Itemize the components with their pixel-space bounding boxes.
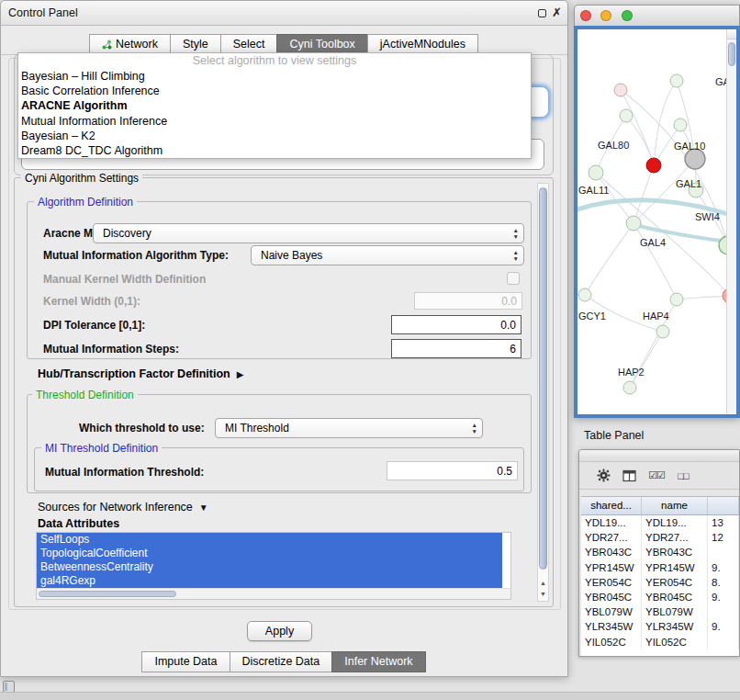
table-row[interactable]: YBL079WYBL079W xyxy=(581,604,739,619)
algorithm-option-aracne-algorithm[interactable]: ARACNE Algorithm xyxy=(18,98,531,113)
columns-icon[interactable] xyxy=(620,467,640,485)
table-row[interactable]: YDR27...YDR27...12 xyxy=(581,530,739,545)
table-window-titlebar[interactable] xyxy=(579,450,739,462)
table-cell: YIL052C xyxy=(581,635,642,649)
network-node[interactable] xyxy=(674,119,687,131)
network-node[interactable] xyxy=(620,109,633,122)
network-node[interactable] xyxy=(646,158,661,173)
threshold-combobox[interactable]: MI Threshold ▲▼ xyxy=(215,418,483,438)
float-window-icon[interactable] xyxy=(538,9,546,17)
expanded-arrow-icon: ▼ xyxy=(199,502,208,513)
scrollbar-thumb[interactable] xyxy=(539,187,547,570)
network-view-window: GALGAL80GAL10GAL11GAL1SWI4GAL4GCY1HAP4HA… xyxy=(574,5,740,418)
network-graph[interactable]: GALGAL80GAL10GAL11GAL1SWI4GAL4GCY1HAP4HA… xyxy=(577,29,736,414)
hub-section-label: Hub/Transcription Factor Definition xyxy=(38,367,230,380)
network-node[interactable] xyxy=(656,325,669,338)
table-row[interactable]: YER054CYER054C8. xyxy=(581,575,739,590)
network-node[interactable] xyxy=(626,216,641,231)
tab-label: Discretize Data xyxy=(242,652,320,672)
attribute-item-topologicalcoefficient[interactable]: TopologicalCoefficient xyxy=(37,547,502,560)
network-node[interactable] xyxy=(614,84,627,96)
tab-infer-network[interactable]: Infer Network xyxy=(331,651,425,672)
mi-algorithm-type-label: Mutual Information Algorithm Type: xyxy=(43,249,229,262)
gear-icon[interactable] xyxy=(593,467,613,485)
table-cell: 9. xyxy=(708,619,739,634)
collapsed-arrow-icon: ▶ xyxy=(237,369,244,379)
dpi-tolerance-field[interactable] xyxy=(391,315,521,334)
network-node[interactable] xyxy=(685,149,705,169)
table-row[interactable]: YLR345WYLR345W9. xyxy=(581,619,739,634)
table-row[interactable]: YBR043CYBR043C xyxy=(581,545,739,559)
algorithm-option-bayesian-k2[interactable]: Bayesian – K2 xyxy=(18,129,531,143)
aracne-mode-combobox[interactable]: Discovery ▲▼ xyxy=(93,223,524,243)
table-cell: 12 xyxy=(708,530,739,545)
tab-label: Style xyxy=(183,35,208,54)
scroll-down-icon[interactable]: ▼ xyxy=(538,589,548,600)
network-edge xyxy=(654,81,677,165)
mi-algorithm-type-combobox[interactable]: Naive Bayes ▲▼ xyxy=(251,245,524,265)
mi-steps-label: Mutual Information Steps: xyxy=(43,343,179,356)
apply-button[interactable]: Apply xyxy=(247,621,312,641)
listbox-horizontal-scrollbar[interactable] xyxy=(37,588,510,599)
algorithm-option-mutual-information-inference[interactable]: Mutual Information Inference xyxy=(18,114,531,129)
kernel-width-label: Kernel Width (0,1): xyxy=(43,295,140,308)
table-cell xyxy=(708,604,739,619)
table-row[interactable]: YIL052CYIL052C xyxy=(581,635,739,649)
column-header-shared[interactable]: shared... xyxy=(581,497,642,514)
network-node[interactable] xyxy=(589,165,603,180)
network-node[interactable] xyxy=(623,381,636,394)
table-row[interactable]: YPR145WYPR145W9. xyxy=(581,560,739,575)
combobox-arrows-icon: ▲▼ xyxy=(472,422,477,435)
close-icon[interactable]: ✗ xyxy=(552,6,562,19)
close-traffic-light-icon[interactable] xyxy=(580,10,591,21)
table-row[interactable]: YBR045CYBR045C9. xyxy=(581,590,739,604)
table-cell: YBR045C xyxy=(581,590,642,604)
table-panel-title: Table Panel xyxy=(584,429,644,442)
scroll-up-icon[interactable]: ▲ xyxy=(538,578,548,589)
tab-impute-data[interactable]: Impute Data xyxy=(141,651,230,672)
zoom-traffic-light-icon[interactable] xyxy=(622,10,633,21)
hub-transcription-factor-section[interactable]: Hub/Transcription Factor Definition▶ xyxy=(38,367,243,380)
attribute-item-gal4rgexp[interactable]: gal4RGexp xyxy=(37,574,502,588)
table-cell: YER054C xyxy=(642,575,708,590)
table-cell: YIL052C xyxy=(642,635,708,649)
network-window-titlebar[interactable] xyxy=(574,5,740,26)
sources-section-header[interactable]: Sources for Network Inference▼ xyxy=(38,501,208,514)
network-canvas[interactable]: GALGAL80GAL10GAL11GAL1SWI4GAL4GCY1HAP4HA… xyxy=(574,26,740,418)
kernel-width-field[interactable] xyxy=(414,292,522,310)
scrollbar-thumb[interactable] xyxy=(39,591,176,597)
mi-threshold-field[interactable] xyxy=(387,461,518,480)
select-all-icon[interactable]: ☑☑ xyxy=(646,467,667,485)
table-cell xyxy=(708,545,739,559)
scrollbar-thumb[interactable] xyxy=(728,42,735,66)
attribute-item-selfloops[interactable]: SelfLoops xyxy=(37,533,502,547)
table-cell: 8. xyxy=(708,575,739,590)
minimize-traffic-light-icon[interactable] xyxy=(600,10,611,21)
table-cell: YER054C xyxy=(581,575,642,590)
table-cell: 9. xyxy=(708,560,739,575)
scroll-button-icon[interactable] xyxy=(727,29,736,40)
threshold-definition-title: Threshold Definition xyxy=(32,389,138,401)
control-panel-window: Control Panel ✗ NetworkStyleSelectCyni T… xyxy=(0,0,568,677)
network-node[interactable] xyxy=(578,288,591,301)
column-header-col-2[interactable] xyxy=(708,497,739,514)
data-attributes-listbox[interactable]: SelfLoopsTopologicalCoefficientBetweenne… xyxy=(36,532,511,600)
algorithm-option-basic-correlation-inference[interactable]: Basic Correlation Inference xyxy=(18,84,531,98)
network-scrollbar[interactable] xyxy=(726,29,736,414)
tab-discretize-data[interactable]: Discretize Data xyxy=(230,651,333,672)
table-cell: YPR145W xyxy=(581,560,642,575)
settings-scrollbar[interactable]: ▲ ▼ xyxy=(537,183,549,602)
algorithm-dropdown-list: Select algorithm to view settings Bayesi… xyxy=(17,52,532,159)
network-node[interactable] xyxy=(670,293,683,306)
network-node[interactable] xyxy=(670,74,683,87)
clear-all-icon[interactable]: □□ xyxy=(673,467,693,485)
manual-kernel-width-checkbox[interactable] xyxy=(507,272,520,285)
table-cell xyxy=(708,635,739,649)
tab-label: Select xyxy=(233,35,265,54)
attribute-item-betweennesscentrality[interactable]: BetweennessCentrality xyxy=(37,560,502,574)
mi-steps-field[interactable] xyxy=(391,339,521,358)
algorithm-option-dream8-dc-tdc-algorithm[interactable]: Dream8 DC_TDC Algorithm xyxy=(18,143,531,158)
table-row[interactable]: YDL19...YDL19...13 xyxy=(581,515,739,530)
algorithm-option-bayesian-hill-climbing[interactable]: Bayesian – Hill Climbing xyxy=(18,69,531,84)
column-header-name[interactable]: name xyxy=(642,497,708,514)
